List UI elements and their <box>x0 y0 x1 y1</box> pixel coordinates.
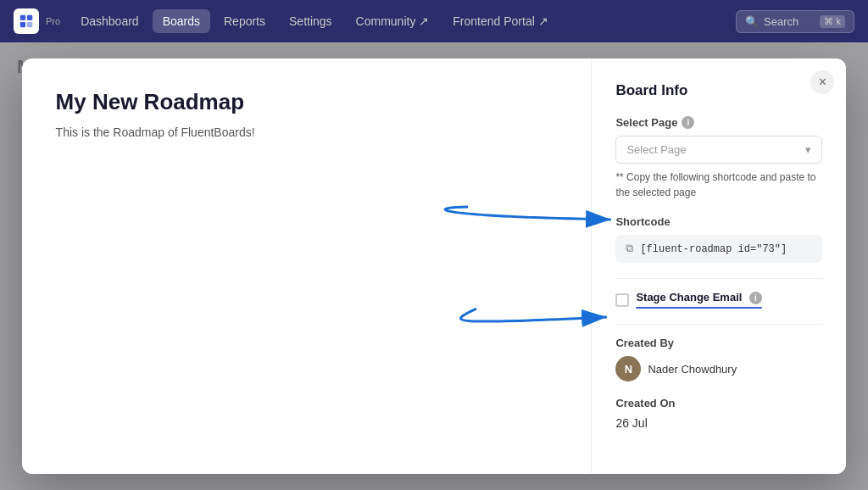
select-page-label: Select Page i <box>615 116 822 129</box>
stage-change-email-row: Stage Change Email i <box>615 291 822 309</box>
svg-rect-1 <box>27 15 32 20</box>
page-background: My New Roadmap × My New Roadmap This is … <box>0 42 868 490</box>
select-page-placeholder: Select Page <box>626 143 686 156</box>
created-by-label: Created By <box>615 337 822 349</box>
app-logo <box>14 8 39 34</box>
stage-change-email-checkbox[interactable] <box>615 293 629 307</box>
select-page-section: Select Page i Select Page ▾ ** Copy the … <box>615 116 822 200</box>
svg-rect-0 <box>20 15 25 20</box>
divider-2 <box>615 324 822 325</box>
svg-rect-3 <box>27 22 32 27</box>
stage-change-email-label: Stage Change Email i <box>636 291 762 304</box>
select-page-info-icon[interactable]: i <box>682 116 694 129</box>
nav-dashboard[interactable]: Dashboard <box>70 9 149 33</box>
nav-community[interactable]: Community ↗ <box>346 9 440 33</box>
shortcode-value: [fluent-roadmap id="73"] <box>640 243 787 255</box>
creator-avatar: N <box>615 356 641 381</box>
shortcode-box: ⧉ [fluent-roadmap id="73"] <box>615 235 822 263</box>
board-settings-modal: × My New Roadmap This is the Roadmap of … <box>22 58 847 474</box>
pro-badge: Pro <box>46 16 60 26</box>
nav-reports[interactable]: Reports <box>214 9 275 33</box>
shortcode-label: Shortcode <box>615 215 822 228</box>
modal-left-panel: My New Roadmap This is the Roadmap of Fl… <box>22 58 593 474</box>
navbar: Pro Dashboard Boards Reports Settings Co… <box>0 0 868 42</box>
board-info-title: Board Info <box>615 82 822 99</box>
select-page-hint: ** Copy the following shortcode and past… <box>615 170 822 200</box>
created-on-section: Created On 26 Jul <box>615 397 822 430</box>
modal-overlay: × My New Roadmap This is the Roadmap of … <box>0 42 868 490</box>
created-by-row: N Nader Chowdhury <box>615 356 822 381</box>
modal-right-panel: Board Info Select Page i Select Page ▾ *… <box>592 58 846 474</box>
search-bar[interactable]: 🔍 Search ⌘ k <box>736 10 854 33</box>
search-icon: 🔍 <box>745 15 759 28</box>
creator-name: Nader Chowdhury <box>648 363 737 376</box>
svg-rect-2 <box>20 22 25 27</box>
stage-email-info-icon[interactable]: i <box>749 292 762 304</box>
copy-icon[interactable]: ⧉ <box>626 242 633 255</box>
search-label: Search <box>764 15 798 28</box>
modal-board-description: This is the Roadmap of FluentBoards! <box>56 125 558 139</box>
chevron-down-icon: ▾ <box>805 143 811 156</box>
created-on-value: 26 Jul <box>615 416 822 430</box>
nav-frontend-portal[interactable]: Frontend Portal ↗ <box>442 9 558 33</box>
stage-change-email-section: Stage Change Email i <box>615 291 822 309</box>
search-shortcut: ⌘ k <box>820 15 845 28</box>
select-page-dropdown[interactable]: Select Page ▾ <box>615 136 822 164</box>
nav-boards[interactable]: Boards <box>153 9 210 33</box>
shortcode-section: Shortcode ⧉ [fluent-roadmap id="73"] <box>615 215 822 263</box>
created-by-section: Created By N Nader Chowdhury <box>615 337 822 381</box>
modal-board-title: My New Roadmap <box>56 89 558 115</box>
nav-settings[interactable]: Settings <box>279 9 342 33</box>
stage-email-underline <box>636 307 762 309</box>
divider-1 <box>615 278 822 279</box>
created-on-label: Created On <box>615 397 822 409</box>
